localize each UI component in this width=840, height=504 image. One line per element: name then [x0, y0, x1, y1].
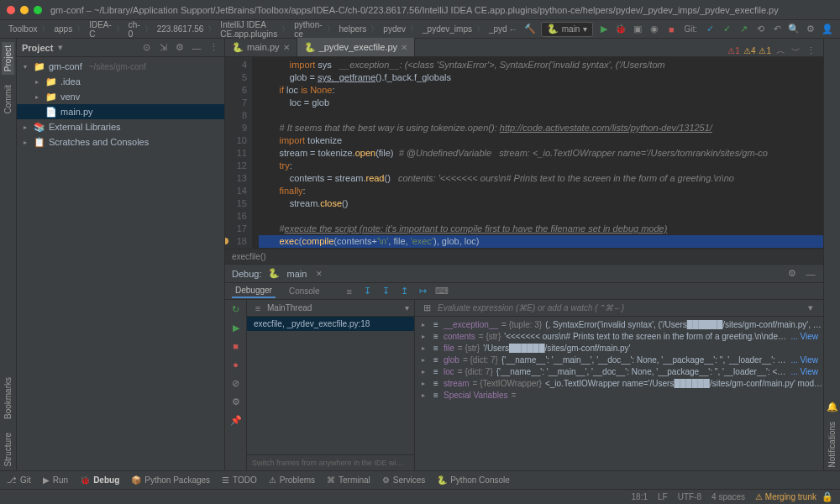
tab-structure[interactable]: Structure	[2, 429, 14, 470]
editor-code[interactable]: import sys __exception__: (<class 'Synta…	[252, 57, 823, 249]
threads-icon[interactable]: ≡	[252, 302, 264, 314]
git-update-icon[interactable]: ✓	[704, 24, 716, 35]
close-icon[interactable]: ✕	[313, 268, 325, 280]
warning-badge[interactable]: ⚠4	[743, 46, 756, 55]
view-link[interactable]: ... View	[790, 367, 823, 376]
frame-row[interactable]: execfile, _pydev_execfile.py:18	[247, 317, 414, 331]
breadcrumb-item[interactable]: _pydev_imps	[421, 24, 474, 34]
evaluate-input[interactable]	[438, 303, 806, 312]
evaluate-icon[interactable]: ⌨	[436, 286, 448, 297]
bell-icon[interactable]: 🔔	[827, 402, 838, 413]
editor-tab[interactable]: 🐍main.py✕	[225, 38, 297, 56]
breadcrumb-item[interactable]: pydev	[381, 24, 407, 34]
line-ending[interactable]: LF	[653, 492, 673, 501]
variable-row[interactable]: ▸≡stream = {TextIOWrapper} <_io.TextIOWr…	[415, 377, 823, 389]
chevron-up-icon[interactable]: ︿	[774, 45, 786, 56]
tab-commit[interactable]: Commit	[2, 81, 14, 117]
run-config-selector[interactable]: 🐍 main ▾	[541, 22, 594, 37]
step-over-icon[interactable]: ≡	[344, 286, 355, 297]
settings-icon[interactable]: ⚙	[805, 24, 816, 35]
variable-row[interactable]: ▸≡__exception__ = {tuple: 3} (, SyntaxEr…	[415, 318, 823, 330]
tool-debug[interactable]: 🐞Debug	[80, 475, 119, 485]
mute-bp-icon[interactable]: ⊘	[230, 377, 242, 389]
editor-gutter[interactable]: 456789101112131415161718	[225, 57, 252, 249]
tool-problems[interactable]: ⚠Problems	[269, 475, 315, 485]
target-icon[interactable]: ⊙	[140, 42, 152, 54]
variable-row[interactable]: ▸≡file = {str} '/Users██████/sites/gm-co…	[415, 342, 823, 354]
tool-python-console[interactable]: 🐍Python Console	[437, 475, 510, 485]
tree-row[interactable]: ▸📁.idea	[17, 74, 224, 89]
breadcrumb-item[interactable]: Toolbox	[7, 24, 39, 34]
breadcrumb-item[interactable]: IDEA-C	[87, 20, 113, 39]
view-link[interactable]: ... View	[790, 355, 823, 365]
breadcrumb[interactable]: Toolbox〉apps〉IDEA-C〉ch-0〉223.8617.56〉Int…	[7, 20, 507, 39]
tab-debugger[interactable]: Debugger	[232, 284, 276, 298]
coverage-icon[interactable]: ▣	[632, 24, 643, 35]
variable-row[interactable]: ▸≡contents = {str} '<<<<<<< ours\n# Prin…	[415, 330, 823, 342]
tool-services[interactable]: ⚙Services	[382, 475, 425, 485]
avatar-icon[interactable]: 👤	[822, 24, 833, 35]
breadcrumb-item[interactable]: helpers	[338, 24, 369, 34]
tree-row[interactable]: ▸📋Scratches and Consoles	[17, 134, 224, 150]
hide-icon[interactable]: —	[805, 268, 816, 280]
tree-row[interactable]: ▸📁venv	[17, 89, 224, 104]
indent[interactable]: 4 spaces	[706, 492, 750, 501]
run-to-cursor-icon[interactable]: ↦	[417, 286, 429, 297]
run-icon[interactable]: ▶	[598, 24, 610, 35]
gear-icon[interactable]: ⚙	[786, 268, 798, 280]
breadcrumb-item[interactable]: python-ce	[292, 20, 323, 39]
zoom-icon[interactable]	[34, 6, 42, 14]
breadcrumb-item[interactable]: ch-0	[127, 20, 142, 39]
tab-console[interactable]: Console	[286, 285, 323, 297]
variable-row[interactable]: ▸≡loc = {dict: 7} {'__name__': '__main__…	[415, 365, 823, 377]
tool-terminal[interactable]: ⌘Terminal	[327, 475, 370, 485]
variable-row[interactable]: ▸≡glob = {dict: 7} {'__name__': '__main_…	[415, 354, 823, 365]
stop-icon[interactable]: ■	[665, 24, 677, 35]
caret-pos[interactable]: 18:1	[627, 492, 653, 501]
git-branch[interactable]: ⚠ Merging trunk	[750, 492, 822, 501]
back-icon[interactable]: ←	[507, 24, 519, 35]
tool-run[interactable]: ▶Run	[43, 475, 68, 485]
chevron-down-icon[interactable]: ▾	[405, 303, 409, 312]
layout-icon[interactable]: ⊞	[422, 302, 433, 314]
git-history-icon[interactable]: ⟲	[754, 24, 766, 35]
hammer-icon[interactable]: 🔨	[524, 24, 536, 35]
editor-breadcrumb[interactable]: execfile()	[225, 249, 823, 264]
breadcrumb-item[interactable]: 223.8617.56	[155, 24, 206, 34]
tool-python-packages[interactable]: 📦Python Packages	[131, 475, 210, 485]
variables-list[interactable]: ▸≡__exception__ = {tuple: 3} (, SyntaxEr…	[415, 317, 823, 470]
profile-icon[interactable]: ◉	[648, 24, 660, 35]
chevron-down-icon[interactable]: ▾	[806, 302, 816, 314]
pin-icon[interactable]: 📌	[230, 414, 242, 426]
search-icon[interactable]: 🔍	[788, 24, 800, 35]
minimize-icon[interactable]	[20, 6, 29, 14]
close-icon[interactable]: ✕	[283, 43, 290, 52]
stop-icon[interactable]: ■	[230, 340, 242, 352]
variable-row[interactable]: ▸≡Special Variables =	[415, 389, 823, 401]
breadcrumb-item[interactable]: _pydev_execfile.py	[487, 24, 507, 34]
tool-git[interactable]: ⎇Git	[7, 475, 31, 485]
project-tree[interactable]: ▾📁gm-conf~/sites/gm-conf▸📁.idea▸📁venv📄ma…	[17, 57, 224, 470]
close-icon[interactable]	[7, 6, 15, 14]
chevron-down-icon[interactable]: ﹀	[790, 45, 801, 56]
editor-tab[interactable]: 🐍_pydev_execfile.py✕	[297, 38, 416, 56]
thread-name[interactable]: MainThread	[267, 303, 402, 312]
step-into-icon[interactable]: ↧	[362, 286, 374, 297]
rerun-icon[interactable]: ↻	[230, 303, 242, 315]
step-into-my-icon[interactable]: ↧	[381, 286, 392, 297]
hide-icon[interactable]: —	[191, 42, 202, 54]
close-icon[interactable]: ✕	[401, 43, 407, 52]
tree-row[interactable]: 📄main.py	[17, 104, 224, 119]
chevron-down-icon[interactable]: ▾	[58, 42, 63, 53]
breakpoints-icon[interactable]: ●	[230, 359, 242, 370]
tab-bookmarks[interactable]: Bookmarks	[2, 374, 14, 423]
breadcrumb-item[interactable]: apps	[52, 24, 74, 34]
tool-todo[interactable]: ☰TODO	[222, 475, 257, 485]
step-out-icon[interactable]: ↥	[399, 286, 411, 297]
expand-icon[interactable]: ⇲	[157, 42, 169, 54]
debug-icon[interactable]: 🐞	[615, 24, 627, 35]
view-link[interactable]: ... View	[790, 332, 823, 341]
more-icon[interactable]: ⋮	[805, 45, 816, 56]
encoding[interactable]: UTF-8	[673, 492, 706, 501]
resume-icon[interactable]: ▶	[230, 322, 242, 333]
